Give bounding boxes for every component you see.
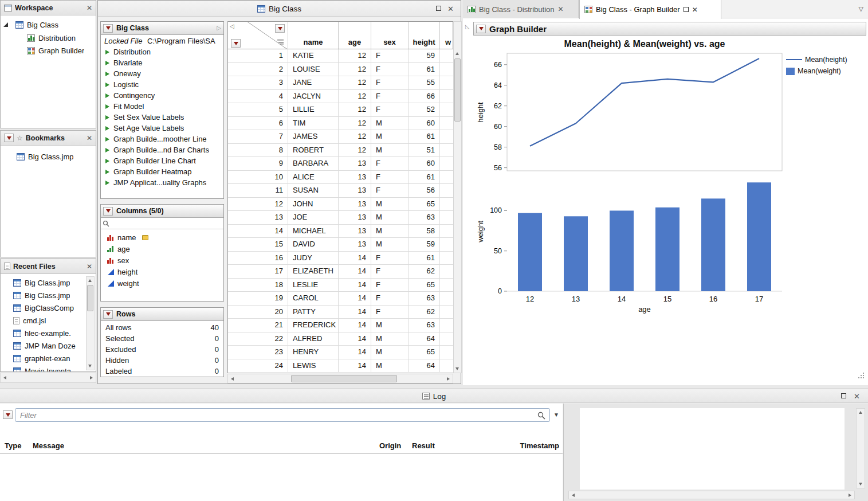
table-script-item[interactable]: Logistic	[101, 79, 223, 90]
grid-cell[interactable]	[440, 359, 453, 373]
grid-cell[interactable]: 16	[228, 252, 288, 265]
grid-cell[interactable]	[440, 319, 453, 332]
grid-cell[interactable]: F	[371, 292, 409, 306]
grid-cell[interactable]: 12	[339, 49, 371, 63]
grid-cell[interactable]	[440, 332, 453, 346]
grid-cell[interactable]	[440, 292, 453, 306]
grid-cell[interactable]: 14	[339, 252, 371, 265]
table-row[interactable]: 14MICHAEL13M58	[228, 225, 453, 238]
grid-cell[interactable]	[440, 144, 453, 158]
table-row[interactable]: 9BARBARA13F60	[228, 157, 453, 171]
grid-cell[interactable]: 18	[228, 279, 288, 292]
table-row[interactable]: 4JACLYN12F66	[228, 90, 453, 104]
grid-cell[interactable]: 13	[339, 157, 371, 171]
workspace-close-icon[interactable]: ✕	[87, 4, 92, 12]
log-maximize-icon[interactable]	[841, 393, 846, 398]
grid-cell[interactable]	[440, 211, 453, 225]
column-item[interactable]: height	[103, 266, 223, 277]
data-window-titlebar[interactable]: Big Class ✕	[98, 1, 461, 17]
sidebar-horizontal-scrollbar[interactable]	[0, 373, 96, 383]
grid-cell[interactable]: 51	[409, 144, 440, 158]
grid-cell[interactable]: 17	[228, 265, 288, 279]
table-row[interactable]: 6TIM12M60	[228, 117, 453, 131]
search-icon[interactable]	[537, 412, 545, 420]
grid-cell[interactable]: 12	[339, 90, 371, 104]
grid-cell[interactable]	[440, 103, 453, 117]
table-row[interactable]: 15DAVID13M59	[228, 238, 453, 252]
grid-cell[interactable]	[440, 130, 453, 144]
rows-stat[interactable]: Hidden0	[105, 355, 219, 366]
grid-cell[interactable]	[440, 171, 453, 185]
grid-cell[interactable]: F	[371, 252, 409, 265]
grid-cell[interactable]: 58	[409, 225, 440, 238]
table-script-item[interactable]: Graph Builder Heatmap	[101, 166, 223, 177]
table-row[interactable]: 10ALICE13F61	[228, 171, 453, 185]
grid-cell[interactable]: ALFRED	[288, 332, 339, 346]
rows-header-menu-button[interactable]	[231, 39, 241, 48]
table-row[interactable]: 18LESLIE14F65	[228, 279, 453, 292]
grid-cell[interactable]: JAMES	[288, 130, 339, 144]
recent-file-item[interactable]: JMP Man Doze	[10, 339, 96, 352]
table-script-item[interactable]: JMP Applicat...uality Graphs	[101, 177, 223, 188]
grid-cell[interactable]: LILLIE	[288, 103, 339, 117]
grid-cell[interactable]: 63	[409, 292, 440, 306]
table-row[interactable]: 17ELIZABETH14F62	[228, 265, 453, 279]
recent-files-scrollbar[interactable]	[86, 276, 95, 370]
grid-cell[interactable]: 2	[228, 63, 288, 77]
grid-cell[interactable]: 14	[339, 319, 371, 332]
grid-cell[interactable]: 3	[228, 76, 288, 90]
table-row[interactable]: 24LEWIS14M64	[228, 359, 453, 373]
recent-files-close-icon[interactable]: ✕	[87, 263, 92, 271]
grid-cell[interactable]: F	[371, 103, 409, 117]
y-axis-label-weight[interactable]: weight	[476, 221, 485, 242]
grid-cell[interactable]: 4	[228, 90, 288, 104]
grid-cell[interactable]: HENRY	[288, 346, 339, 359]
tab-close-icon[interactable]: ✕	[558, 5, 564, 13]
rows-stat[interactable]: All rows40	[105, 322, 219, 333]
grid-cell[interactable]	[440, 306, 453, 319]
tab-list-dropdown-icon[interactable]: ▽	[859, 5, 863, 13]
grid-cell[interactable]: 14	[339, 265, 371, 279]
grid-cell[interactable]: F	[371, 184, 409, 198]
grid-cell[interactable]: 13	[339, 238, 371, 252]
grid-vertical-scrollbar[interactable]	[453, 21, 462, 373]
legend-item-weight[interactable]: Mean(weight)	[786, 65, 847, 77]
grid-cell[interactable]: 14	[339, 279, 371, 292]
recent-file-item[interactable]: hlec-example.	[10, 327, 96, 339]
grid-cell[interactable]: 61	[409, 252, 440, 265]
workspace-child-distribution[interactable]: Distribution	[23, 32, 95, 44]
grid-cell[interactable]: F	[371, 76, 409, 90]
table-row[interactable]: 21FREDERICK14M63	[228, 319, 453, 332]
grid-cell[interactable]	[440, 279, 453, 292]
table-script-item[interactable]: Set Sex Value Labels	[101, 112, 223, 123]
log-vertical-scrollbar[interactable]	[856, 408, 865, 488]
table-row[interactable]: 22ALFRED14M64	[228, 332, 453, 346]
recent-file-item[interactable]: cmd.jsl	[10, 314, 96, 327]
grid-cell[interactable]: TIM	[288, 117, 339, 131]
grid-cell[interactable]: LOUISE	[288, 63, 339, 77]
grid-cell[interactable]: F	[371, 157, 409, 171]
table-script-item[interactable]: Distribution	[101, 46, 223, 57]
grid-cell[interactable]: FREDERICK	[288, 319, 339, 332]
grid-cell[interactable]: F	[371, 265, 409, 279]
grid-cell[interactable]: 55	[409, 76, 440, 90]
grid-cell[interactable]: LESLIE	[288, 279, 339, 292]
grid-cell[interactable]: KATIE	[288, 49, 339, 63]
legend-item-height[interactable]: Mean(height)	[786, 54, 847, 65]
table-row[interactable]: 13JOE13M63	[228, 211, 453, 225]
rows-stat[interactable]: Excluded0	[105, 344, 219, 355]
grid-horizontal-scrollbar[interactable]	[227, 374, 453, 383]
grid-cell[interactable]: 59	[409, 238, 440, 252]
log-col-origin[interactable]: Origin	[379, 441, 401, 450]
grid-cell[interactable]: MICHAEL	[288, 225, 339, 238]
grid-cell[interactable]: 14	[339, 292, 371, 306]
grid-cell[interactable]: 62	[409, 265, 440, 279]
grid-cell[interactable]: 65	[409, 198, 440, 212]
tab-close-icon[interactable]: ✕	[692, 6, 698, 14]
recent-file-item[interactable]: BigClassComp	[10, 302, 96, 314]
grid-cell[interactable]: 56	[409, 184, 440, 198]
tab-graph-builder[interactable]: Big Class - Graph Builder ✕	[579, 0, 721, 19]
grid-cell[interactable]: 12	[339, 130, 371, 144]
column-item[interactable]: sex	[103, 255, 223, 266]
grid-cell[interactable]: 13	[339, 225, 371, 238]
